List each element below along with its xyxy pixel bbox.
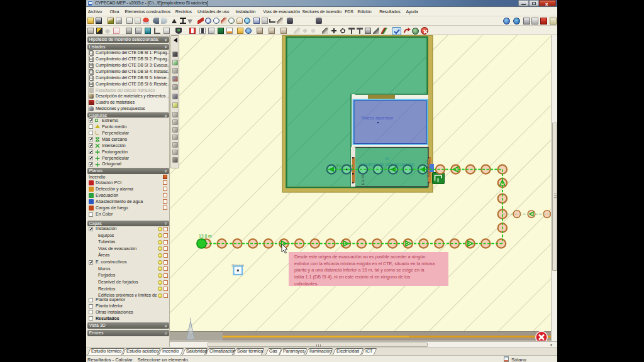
svg-text:13.8 m: 13.8 m bbox=[199, 234, 212, 238]
svg-text:colindantes.: colindantes. bbox=[294, 281, 318, 287]
svg-text:Hueco ascensor: Hueco ascensor bbox=[362, 116, 394, 120]
svg-text:extintor con la eficacia mínim: extintor con la eficacia mínima exigida … bbox=[294, 261, 435, 266]
svg-text:tabla 1.1 (DB SI 4), ni en est: tabla 1.1 (DB SI 4), ni en este recinto … bbox=[294, 274, 411, 280]
svg-text:VI: VI bbox=[385, 156, 389, 161]
svg-text:Desde este origen de evacuació: Desde este origen de evacuación no es po… bbox=[294, 254, 425, 260]
svg-text:planta y a una distancia infer: planta y a una distancia inferior a 15 m… bbox=[294, 267, 425, 273]
